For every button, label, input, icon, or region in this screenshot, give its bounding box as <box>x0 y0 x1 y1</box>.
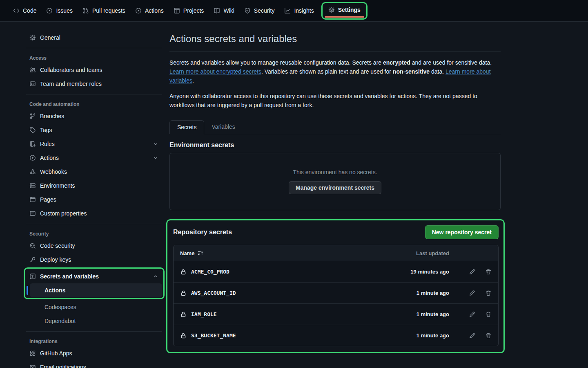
intro-paragraph-1: Secrets and variables allow you to manag… <box>169 58 501 85</box>
edit-pencil-icon[interactable] <box>469 332 475 339</box>
secret-updated: 19 minutes ago <box>388 269 449 275</box>
sidebar-item-label: Actions <box>40 155 59 161</box>
row-actions <box>449 290 492 296</box>
sidebar-item-label: Team and member roles <box>40 81 102 87</box>
tab-variables[interactable]: Variables <box>204 120 242 134</box>
apps-grid-icon <box>29 350 36 357</box>
sidebar-subitem-codespaces[interactable]: Codespaces <box>30 300 162 314</box>
webhook-icon <box>29 168 36 175</box>
tab-insights-label: Insights <box>294 7 314 14</box>
table-row: ACME_CO_PROD 19 minutes ago <box>174 261 498 282</box>
edit-pencil-icon[interactable] <box>469 290 475 296</box>
page-title: Actions secrets and variables <box>169 30 501 52</box>
shield-icon <box>244 7 251 14</box>
sidebar-item-label: Deploy keys <box>40 256 71 263</box>
sidebar-divider <box>26 331 162 332</box>
sidebar-item-general[interactable]: General <box>26 31 162 45</box>
browser-icon <box>29 196 36 203</box>
sidebar-subitem-dependabot[interactable]: Dependabot <box>30 314 162 328</box>
column-header-name: Name <box>180 250 388 256</box>
row-actions <box>449 269 492 275</box>
intro-text: Secrets and variables allow you to manag… <box>169 58 501 110</box>
sidebar-subitem-actions[interactable]: Actions <box>30 283 162 297</box>
mail-icon <box>29 364 36 368</box>
sidebar-item-github-apps[interactable]: GitHub Apps <box>26 346 162 360</box>
tab-security-label: Security <box>254 7 275 14</box>
sidebar-item-pages[interactable]: Pages <box>26 193 162 206</box>
delete-trash-icon[interactable] <box>485 311 492 318</box>
chevron-down-icon[interactable] <box>152 155 159 161</box>
sidebar-item-label: Custom properties <box>40 210 87 217</box>
sidebar-item-email-notifications[interactable]: Email notifications <box>26 360 162 368</box>
play-icon <box>135 7 142 14</box>
book-icon <box>214 7 220 14</box>
delete-trash-icon[interactable] <box>485 269 492 275</box>
column-header-name-label: Name <box>180 250 194 256</box>
asterisk-box-icon <box>29 273 36 280</box>
lock-icon <box>180 290 187 296</box>
sidebar-item-label: Rules <box>40 141 55 147</box>
delete-trash-icon[interactable] <box>485 332 492 339</box>
delete-trash-icon[interactable] <box>485 290 492 296</box>
repository-secrets-table: Name Last updated ACME_CO_PROD 19 minute… <box>173 245 499 346</box>
sidebar-item-rules[interactable]: Rules <box>26 137 162 151</box>
tab-actions[interactable]: Actions <box>131 4 168 17</box>
row-actions <box>449 311 492 318</box>
tab-code[interactable]: Code <box>9 4 40 17</box>
intro-text-segment: Secrets and variables allow you to manag… <box>169 59 383 66</box>
sidebar-item-label: General <box>40 34 60 41</box>
chevron-down-icon[interactable] <box>152 141 159 147</box>
tab-pull-requests[interactable]: Pull requests <box>78 4 129 17</box>
sidebar-item-custom-properties[interactable]: Custom properties <box>26 206 162 220</box>
secret-name: AWS_ACCOUNT_ID <box>191 290 236 296</box>
tab-insights[interactable]: Insights <box>280 4 318 17</box>
sidebar-section-code-automation: Code and automation <box>26 98 162 109</box>
sidebar-item-webhooks[interactable]: Webhooks <box>26 165 162 179</box>
sidebar-item-code-security[interactable]: Code security <box>26 239 162 253</box>
sidebar-subitem-label: Codespaces <box>45 304 76 310</box>
tab-projects-label: Projects <box>183 7 204 14</box>
sidebar-item-label: Branches <box>40 113 64 119</box>
new-repository-secret-button[interactable]: New repository secret <box>425 225 499 239</box>
edit-pencil-icon[interactable] <box>469 269 475 275</box>
code-icon <box>13 7 20 14</box>
manage-environment-secrets-button[interactable]: Manage environment secrets <box>289 181 381 194</box>
play-icon <box>29 155 36 161</box>
sidebar-item-branches[interactable]: Branches <box>26 109 162 123</box>
secret-updated: 1 minute ago <box>388 311 449 317</box>
column-header-last-updated: Last updated <box>388 250 449 256</box>
sidebar-item-secrets-and-variables[interactable]: Secrets and variables <box>26 269 162 283</box>
tab-projects[interactable]: Projects <box>169 4 208 17</box>
sidebar-item-label: Tags <box>40 127 52 133</box>
people-icon <box>29 67 36 73</box>
sidebar-item-label: Secrets and variables <box>40 273 99 280</box>
tab-issues[interactable]: Issues <box>42 4 76 17</box>
key-icon <box>29 256 36 263</box>
tab-wiki[interactable]: Wiki <box>209 4 238 17</box>
sidebar-item-tags[interactable]: Tags <box>26 123 162 137</box>
chevron-up-icon[interactable] <box>152 273 159 280</box>
tab-security[interactable]: Security <box>240 4 279 17</box>
sidebar-item-team-roles[interactable]: Team and member roles <box>26 77 162 91</box>
sort-ascending-icon[interactable] <box>197 250 204 256</box>
sidebar-item-collaborators[interactable]: Collaborators and teams <box>26 63 162 77</box>
lock-icon <box>180 332 187 339</box>
main-content: Actions secrets and variables Secrets an… <box>169 22 501 353</box>
gear-icon <box>29 34 36 41</box>
graph-icon <box>284 7 291 14</box>
tab-secrets[interactable]: Secrets <box>169 120 204 134</box>
intro-text-segment: . Variables are shown as plain text and … <box>261 68 393 75</box>
tab-settings[interactable]: Settings <box>326 4 363 15</box>
sidebar-item-deploy-keys[interactable]: Deploy keys <box>26 253 162 267</box>
repository-secrets-heading: Repository secrets <box>173 229 232 236</box>
link-encrypted-secrets[interactable]: Learn more about encrypted secrets <box>169 68 261 75</box>
sidebar-item-environments[interactable]: Environments <box>26 179 162 193</box>
tag-icon <box>29 127 36 133</box>
settings-annotation-box: Settings <box>321 2 368 20</box>
sidebar-item-actions[interactable]: Actions <box>26 151 162 165</box>
sidebar-item-label: GitHub Apps <box>40 350 72 357</box>
edit-pencil-icon[interactable] <box>469 311 475 318</box>
sidebar-section-integrations: Integrations <box>26 335 162 346</box>
secrets-annotation-box: Secrets and variables Actions <box>24 267 165 299</box>
secret-name: IAM_ROLE <box>191 311 217 317</box>
